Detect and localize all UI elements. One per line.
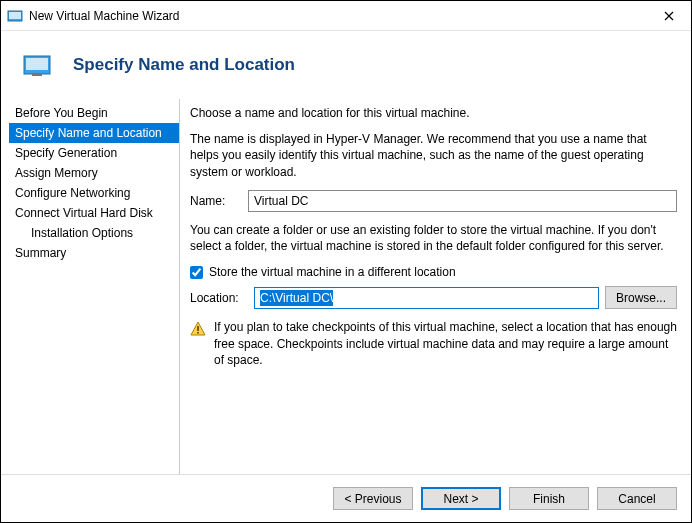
- name-help-text: The name is displayed in Hyper-V Manager…: [190, 131, 677, 180]
- name-input[interactable]: [248, 190, 677, 212]
- location-label: Location:: [190, 290, 248, 306]
- warning-text: If you plan to take checkpoints of this …: [214, 319, 677, 368]
- wizard-step[interactable]: Configure Networking: [9, 183, 179, 203]
- browse-button[interactable]: Browse...: [605, 286, 677, 309]
- wizard-steps-sidebar: Before You BeginSpecify Name and Locatio…: [9, 99, 180, 474]
- titlebar: New Virtual Machine Wizard: [1, 1, 691, 31]
- store-different-location-checkbox[interactable]: [190, 266, 203, 279]
- next-button[interactable]: Next >: [421, 487, 501, 510]
- wizard-step[interactable]: Summary: [9, 243, 179, 263]
- name-label: Name:: [190, 193, 248, 209]
- wizard-content: Choose a name and location for this virt…: [180, 99, 691, 474]
- svg-rect-3: [26, 58, 48, 70]
- cancel-button[interactable]: Cancel: [597, 487, 677, 510]
- wizard-step[interactable]: Assign Memory: [9, 163, 179, 183]
- wizard-window: New Virtual Machine Wizard Specify Name …: [0, 0, 692, 523]
- svg-rect-1: [9, 12, 21, 19]
- page-title: Specify Name and Location: [73, 55, 295, 75]
- wizard-step[interactable]: Specify Generation: [9, 143, 179, 163]
- intro-text: Choose a name and location for this virt…: [190, 105, 677, 121]
- finish-button[interactable]: Finish: [509, 487, 589, 510]
- location-input[interactable]: C:\Virtual DC\: [254, 287, 599, 309]
- svg-rect-6: [197, 332, 199, 334]
- window-title: New Virtual Machine Wizard: [29, 9, 646, 23]
- close-icon[interactable]: [646, 1, 691, 31]
- wizard-step[interactable]: Specify Name and Location: [9, 123, 179, 143]
- wizard-header: Specify Name and Location: [1, 31, 691, 99]
- previous-button[interactable]: < Previous: [333, 487, 413, 510]
- wizard-step[interactable]: Before You Begin: [9, 103, 179, 123]
- wizard-icon: [23, 53, 53, 77]
- wizard-step[interactable]: Installation Options: [9, 223, 179, 243]
- wizard-step[interactable]: Connect Virtual Hard Disk: [9, 203, 179, 223]
- wizard-footer: < Previous Next > Finish Cancel: [1, 474, 691, 522]
- svg-rect-4: [32, 74, 42, 76]
- svg-rect-5: [197, 326, 199, 331]
- folder-help-text: You can create a folder or use an existi…: [190, 222, 677, 254]
- warning-icon: [190, 321, 206, 337]
- app-icon: [7, 8, 23, 24]
- store-different-location-label[interactable]: Store the virtual machine in a different…: [209, 264, 456, 280]
